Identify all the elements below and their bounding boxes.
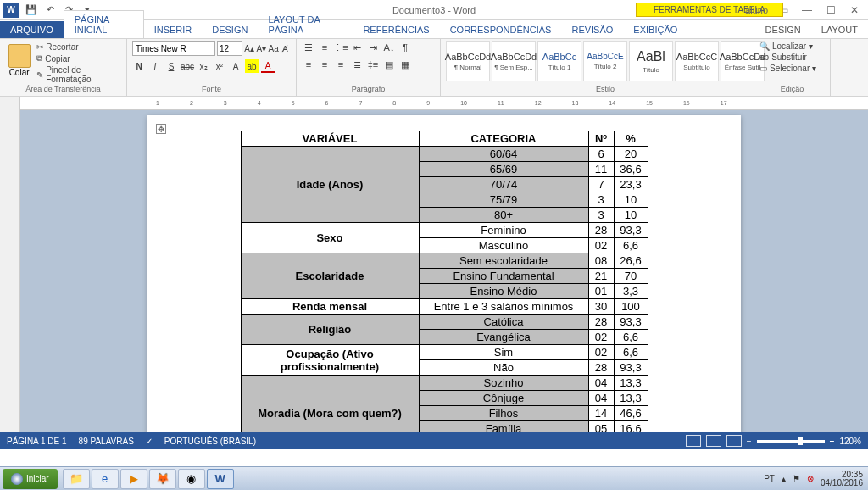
style-item[interactable]: AaBbCcDd¶ Normal <box>446 41 490 81</box>
print-layout-view[interactable] <box>686 435 701 447</box>
numbering-icon[interactable]: ≡ <box>318 41 331 54</box>
zoom-in-icon[interactable]: + <box>830 437 835 446</box>
tab-mailings[interactable]: CORRESPONDÊNCIAS <box>440 21 562 38</box>
font-name-combo[interactable] <box>132 41 215 56</box>
tray-language[interactable]: PT <box>764 474 775 483</box>
shading-icon[interactable]: ▤ <box>382 58 396 71</box>
tab-design[interactable]: DESIGN <box>202 21 258 38</box>
align-right-icon[interactable]: ≡ <box>334 58 348 71</box>
format-painter-button[interactable]: ✎Pincel de Formatação <box>36 65 121 84</box>
copy-icon: ⧉ <box>36 53 42 64</box>
align-left-icon[interactable]: ≡ <box>302 58 315 71</box>
paste-button[interactable]: Colar <box>5 41 33 85</box>
undo-icon[interactable]: ↶ <box>44 4 56 16</box>
align-center-icon[interactable]: ≡ <box>318 58 331 71</box>
tab-view[interactable]: EXIBIÇÃO <box>623 21 687 38</box>
tab-insert[interactable]: INSERIR <box>144 21 203 38</box>
zoom-slider[interactable] <box>757 440 825 443</box>
find-button[interactable]: 🔍Localizar ▾ <box>760 41 825 52</box>
strike-button[interactable]: abc <box>181 59 194 73</box>
font-size-combo[interactable] <box>217 41 242 56</box>
data-table[interactable]: VARIÁVELCATEGORIANº%Idade (Anos)60/64620… <box>241 131 648 432</box>
replace-button[interactable]: abSubstituir <box>760 52 825 63</box>
page-indicator[interactable]: PÁGINA 1 DE 1 <box>7 437 67 446</box>
page[interactable]: ✥ VARIÁVELCATEGORIANº%Idade (Anos)60/646… <box>147 115 741 432</box>
cut-button[interactable]: ✂Recortar <box>36 42 121 52</box>
table-move-handle[interactable]: ✥ <box>156 124 166 134</box>
tab-table-layout[interactable]: LAYOUT <box>811 21 868 38</box>
tab-table-design[interactable]: DESIGN <box>755 21 811 38</box>
web-layout-view[interactable] <box>726 435 742 447</box>
ribbon: Colar ✂Recortar ⧉Copiar ✎Pincel de Forma… <box>0 39 868 97</box>
maximize-icon[interactable]: ☐ <box>821 3 841 18</box>
tray-security-icon[interactable]: ⊗ <box>807 474 814 483</box>
superscript-button[interactable]: x² <box>213 59 226 73</box>
search-icon: 🔍 <box>760 42 770 51</box>
style-item[interactable]: AaBbCcETítulo 2 <box>583 41 627 81</box>
paste-label: Colar <box>9 68 30 77</box>
tab-layout[interactable]: LAYOUT DA PÁGINA <box>258 11 353 38</box>
word-count[interactable]: 89 PALAVRAS <box>79 437 134 446</box>
group-paragraph: ☰ ≡ ⋮≡ ⇤ ⇥ A↓ ¶ ≡ ≡ ≡ ≣ ‡≡ ▤ ▦ Parágrafo <box>297 39 441 96</box>
change-case-icon[interactable]: Aa <box>269 42 279 55</box>
read-mode-view[interactable] <box>706 435 721 447</box>
explorer-icon[interactable]: 📁 <box>63 469 90 489</box>
grow-font-icon[interactable]: A▴ <box>244 42 254 55</box>
shrink-font-icon[interactable]: A▾ <box>256 42 266 55</box>
windows-logo-icon <box>11 473 23 485</box>
highlight-icon[interactable]: ab <box>245 59 259 73</box>
tray-flag-icon[interactable]: ⚑ <box>793 474 800 483</box>
word-taskbar-icon[interactable]: W <box>207 469 234 489</box>
style-item[interactable]: AaBbCcTítulo 1 <box>537 41 581 81</box>
language-indicator[interactable]: PORTUGUÊS (BRASIL) <box>164 437 256 446</box>
group-font: A▴ A▾ Aa A̸ N I S abc x₂ x² A ab A Fonte <box>127 39 297 96</box>
borders-icon[interactable]: ▦ <box>398 58 412 71</box>
vertical-ruler[interactable] <box>0 110 20 432</box>
chrome-icon[interactable]: ◉ <box>178 469 205 489</box>
save-icon[interactable]: 💾 <box>25 4 37 16</box>
subscript-button[interactable]: x₂ <box>197 59 210 73</box>
copy-button[interactable]: ⧉Copiar <box>36 53 121 64</box>
style-item[interactable]: AaBlTítulo <box>629 41 673 81</box>
start-button[interactable]: Iniciar <box>3 469 58 489</box>
style-item[interactable]: AaBbCcDd¶ Sem Esp... <box>492 41 536 81</box>
word-icon: W <box>3 3 19 18</box>
group-clipboard-label: Área de Transferência <box>5 85 121 94</box>
tray-clock[interactable]: 20:35 04/10/2016 <box>821 471 863 487</box>
group-paragraph-label: Parágrafo <box>302 85 435 94</box>
sort-icon[interactable]: A↓ <box>382 41 396 54</box>
ie-icon[interactable]: e <box>92 469 119 489</box>
style-item[interactable]: AaBbCcCSubtítulo <box>675 41 719 81</box>
clear-format-icon[interactable]: A̸ <box>281 42 291 55</box>
increase-indent-icon[interactable]: ⇥ <box>366 41 380 54</box>
brush-icon: ✎ <box>36 70 43 80</box>
line-spacing-icon[interactable]: ‡≡ <box>366 58 380 71</box>
zoom-out-icon[interactable]: − <box>747 437 752 446</box>
select-button[interactable]: ▭Selecionar ▾ <box>760 63 825 74</box>
multilevel-icon[interactable]: ⋮≡ <box>334 41 348 54</box>
tray-chevron-icon[interactable]: ▴ <box>782 474 786 483</box>
clipboard-icon <box>8 44 31 68</box>
italic-button[interactable]: I <box>148 59 162 73</box>
font-color-icon[interactable]: A <box>261 59 275 73</box>
text-effects-icon[interactable]: A <box>229 59 242 73</box>
minimize-icon[interactable]: — <box>797 3 817 18</box>
group-styles-label: Estilo <box>446 85 765 94</box>
spellcheck-icon[interactable]: ✓ <box>146 437 153 446</box>
justify-icon[interactable]: ≣ <box>350 58 364 71</box>
tab-references[interactable]: REFERÊNCIAS <box>353 21 439 38</box>
tab-file[interactable]: ARQUIVO <box>0 21 64 38</box>
decrease-indent-icon[interactable]: ⇤ <box>350 41 364 54</box>
close-icon[interactable]: ✕ <box>844 3 865 18</box>
media-player-icon[interactable]: ▶ <box>120 469 147 489</box>
bullets-icon[interactable]: ☰ <box>302 41 315 54</box>
underline-button[interactable]: S <box>164 59 178 73</box>
tab-home[interactable]: PÁGINA INICIAL <box>64 10 144 38</box>
bold-button[interactable]: N <box>132 59 146 73</box>
tab-review[interactable]: REVISÃO <box>561 21 623 38</box>
horizontal-ruler[interactable]: 1234567891011121314151617 <box>20 97 868 110</box>
zoom-level[interactable]: 120% <box>839 437 861 446</box>
show-marks-icon[interactable]: ¶ <box>398 41 412 54</box>
firefox-icon[interactable]: 🦊 <box>149 469 176 489</box>
replace-icon: ab <box>760 53 769 62</box>
